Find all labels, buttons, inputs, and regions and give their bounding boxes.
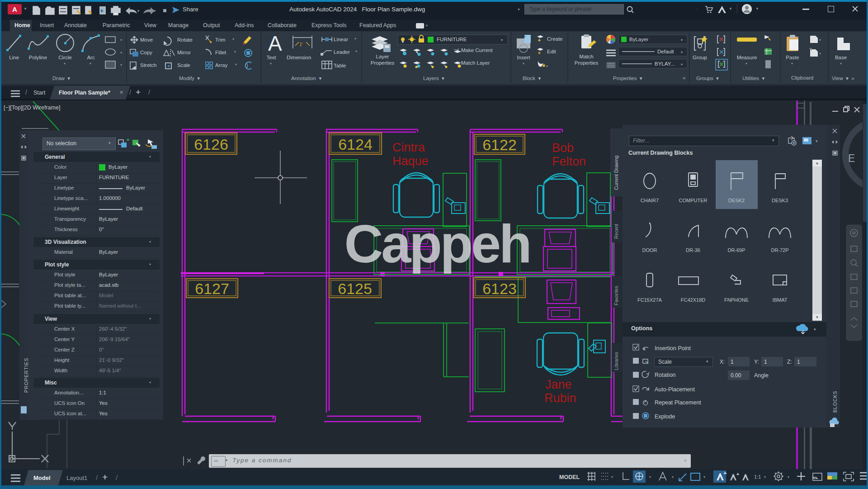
svg-text:▾: ▾	[764, 475, 766, 479]
svg-text:▾: ▾	[819, 52, 821, 56]
svg-text:▾: ▾	[681, 50, 683, 54]
svg-text:▾: ▾	[703, 475, 705, 479]
svg-text:Cintra: Cintra	[392, 141, 425, 154]
svg-text:Felton: Felton	[552, 155, 586, 168]
svg-text:▾: ▾	[234, 50, 236, 54]
svg-text:Rubin: Rubin	[544, 391, 576, 405]
svg-text:6125: 6125	[338, 280, 372, 297]
svg-text:DR-36: DR-36	[686, 247, 700, 253]
svg-text:COMPUTER: COMPUTER	[679, 198, 708, 203]
svg-text:FC42X18D: FC42X18D	[681, 297, 705, 303]
svg-text:DR-72P: DR-72P	[771, 247, 788, 253]
svg-text:▾: ▾	[681, 62, 683, 66]
svg-text:Haque: Haque	[392, 154, 429, 168]
svg-text:DOOR: DOOR	[642, 247, 657, 253]
svg-text:▾: ▾	[816, 139, 818, 143]
svg-text:DESK2: DESK2	[728, 198, 745, 203]
svg-text:▾: ▾	[788, 475, 789, 479]
svg-text:Cappeh: Cappeh	[344, 214, 530, 274]
svg-text:Default: Default	[657, 49, 674, 54]
svg-text:▾: ▾	[814, 327, 816, 332]
svg-text:▾: ▾	[501, 38, 503, 42]
svg-text:▾: ▾	[232, 37, 234, 41]
svg-text:▾: ▾	[120, 63, 122, 67]
svg-text:▼: ▼	[153, 9, 156, 13]
svg-text:IBMAT: IBMAT	[773, 297, 788, 303]
svg-text:6122: 6122	[482, 136, 517, 153]
svg-text:▾: ▾	[120, 38, 122, 42]
svg-text:6127: 6127	[195, 280, 229, 297]
svg-text:1:1: 1:1	[754, 474, 761, 480]
svg-text:FC15X27A: FC15X27A	[637, 297, 662, 303]
svg-text:DR-69P: DR-69P	[727, 247, 745, 253]
svg-text:CHAIR7: CHAIR7	[641, 198, 659, 203]
svg-text:A: A	[268, 32, 282, 55]
svg-text:▼: ▼	[137, 9, 140, 13]
svg-text:1': 1'	[299, 42, 303, 47]
svg-text:▾: ▾	[120, 51, 122, 55]
svg-text:FURNITURE: FURNITURE	[437, 37, 467, 42]
svg-text:DESK3: DESK3	[772, 198, 788, 203]
svg-text:6123: 6123	[482, 280, 517, 297]
svg-text:▾: ▾	[681, 38, 683, 42]
svg-text:▾: ▾	[235, 62, 237, 66]
svg-text:6126: 6126	[194, 136, 228, 153]
svg-text:BYLAY...: BYLAY...	[655, 61, 675, 66]
svg-text:FNPHONE: FNPHONE	[724, 297, 749, 303]
svg-text:Jane: Jane	[545, 378, 572, 391]
svg-text:▾: ▾	[672, 475, 674, 479]
svg-text:▾: ▾	[546, 64, 548, 68]
svg-text:Bob: Bob	[552, 141, 574, 155]
svg-text:▾: ▾	[819, 38, 821, 42]
svg-text:▾: ▾	[649, 475, 651, 479]
svg-text:▾: ▾	[611, 475, 613, 479]
svg-text:6124: 6124	[338, 136, 373, 153]
svg-text:E: E	[848, 152, 855, 164]
svg-text:ByLayer: ByLayer	[629, 37, 648, 42]
